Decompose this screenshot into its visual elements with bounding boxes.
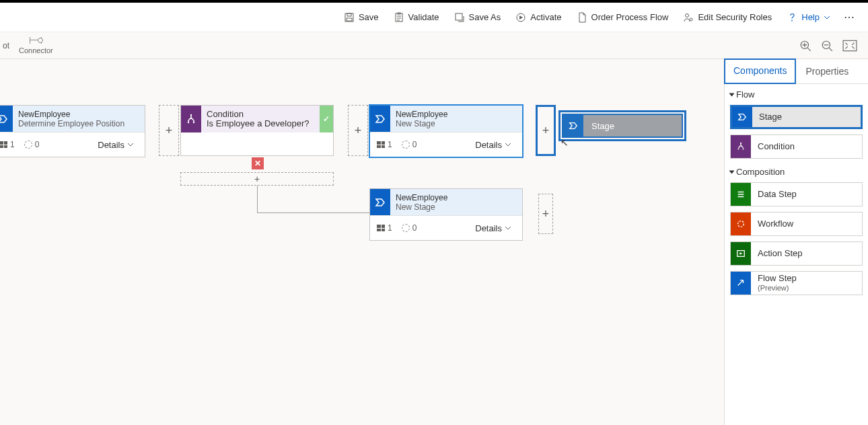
add-slot[interactable]: + (538, 194, 553, 234)
activate-button[interactable]: Activate (509, 8, 568, 27)
drag-ghost-wrapper: Stage (558, 110, 686, 141)
add-slot-drop-target[interactable]: + (536, 105, 556, 156)
component-stage[interactable]: Stage (730, 105, 863, 129)
plus-icon: + (542, 124, 550, 138)
plus-icon: + (542, 207, 550, 221)
svg-rect-2 (347, 18, 352, 21)
condition-icon (181, 106, 201, 132)
connector-icon (30, 37, 42, 44)
chevron-down-icon (824, 14, 830, 21)
workflow-icon (731, 212, 751, 235)
component-condition[interactable]: Condition (730, 134, 863, 159)
help-icon (787, 12, 797, 23)
stage-entity: NewEmployee (396, 110, 517, 119)
stage-name: New Stage (396, 202, 517, 212)
svg-point-8 (690, 18, 692, 21)
steps-count: 1 (388, 140, 392, 149)
more-button[interactable]: ⋯ (838, 7, 861, 28)
component-data-step[interactable]: Data Step (730, 182, 863, 206)
component-action-step[interactable]: Action Step (730, 241, 863, 266)
add-slot[interactable]: + (159, 105, 179, 156)
connector-label: Connector (19, 46, 53, 54)
tab-properties[interactable]: Properties (796, 59, 858, 83)
flow-step-icon (731, 272, 751, 295)
stage-entity: NewEmployee (396, 193, 517, 202)
plus-icon: + (355, 124, 362, 138)
steps-icon (0, 141, 7, 148)
section-flow[interactable]: Flow (725, 84, 868, 102)
steps-count: 1 (10, 140, 15, 149)
svg-point-14 (188, 122, 189, 123)
person-gear-icon (683, 12, 694, 23)
details-label: Details (475, 223, 502, 233)
svg-rect-1 (347, 13, 351, 16)
command-bar: Save Validate Save As Activate Order Pro… (0, 3, 868, 32)
collapse-icon (729, 93, 735, 96)
order-flow-button[interactable]: Order Process Flow (570, 8, 676, 27)
details-button[interactable]: Details (94, 139, 138, 151)
data-step-icon (731, 183, 751, 206)
save-button[interactable]: Save (337, 8, 386, 27)
connector-tool[interactable]: Connector (13, 36, 59, 56)
svg-point-16 (740, 143, 742, 144)
stage-node-2[interactable]: NewEmployee New Stage 1 0 Details (369, 105, 523, 157)
plus-icon: + (254, 173, 260, 184)
connector-line (257, 212, 370, 213)
save-as-label: Save As (469, 12, 501, 22)
chevron-down-icon (505, 225, 511, 231)
sub-toolbar: ot Connector (0, 32, 868, 59)
help-button[interactable]: Help (780, 8, 837, 27)
loop-count: 0 (35, 140, 40, 149)
condition-node[interactable]: Condition Is Employee a Developer? ✓ (180, 105, 334, 156)
component-label: Stage (752, 112, 782, 122)
drag-ghost-stage: Stage (562, 114, 683, 138)
details-button[interactable]: Details (471, 223, 515, 234)
svg-point-19 (738, 221, 744, 227)
zoom-in-button[interactable] (799, 40, 811, 52)
svg-rect-12 (843, 40, 857, 50)
save-label: Save (359, 12, 379, 22)
security-roles-button[interactable]: Edit Security Roles (676, 8, 779, 27)
svg-point-9 (791, 20, 793, 21)
stage-icon (0, 106, 13, 132)
svg-point-13 (190, 114, 192, 116)
loop-icon (24, 141, 32, 149)
section-label: Composition (736, 167, 785, 177)
tab-components[interactable]: Components (724, 59, 796, 84)
stage-icon (563, 115, 583, 137)
stage-name: Determine Employee Position (18, 119, 139, 128)
ghost-label: Stage (591, 121, 614, 131)
plus-icon: + (166, 124, 173, 138)
help-label: Help (801, 12, 820, 22)
section-composition[interactable]: Composition (725, 161, 868, 180)
stage-node-3[interactable]: NewEmployee New Stage 1 0 Details (369, 188, 523, 241)
fit-screen-button[interactable] (842, 40, 857, 52)
stage-icon (370, 189, 390, 215)
chevron-down-icon (505, 141, 511, 148)
save-as-button[interactable]: Save As (447, 8, 508, 27)
loop-icon (402, 224, 410, 232)
steps-count: 1 (388, 223, 392, 233)
validate-button[interactable]: Validate (387, 8, 446, 27)
component-label: Action Step (751, 249, 803, 258)
component-flow-step[interactable]: Flow Step (Preview) (730, 271, 863, 295)
save-as-icon (454, 12, 465, 23)
add-slot[interactable]: + (348, 105, 368, 156)
stage-icon (370, 106, 390, 132)
component-label: Data Step (751, 190, 797, 199)
designer-canvas[interactable]: NewEmployee Determine Employee Position … (0, 59, 724, 425)
clipboard-icon (394, 12, 404, 23)
zoom-out-button[interactable] (821, 40, 833, 52)
component-label: Condition (751, 142, 795, 151)
collapse-icon (729, 170, 735, 173)
add-slot-below-condition[interactable]: + (180, 172, 334, 186)
stage-node-1[interactable]: NewEmployee Determine Employee Position … (0, 105, 145, 157)
security-label: Edit Security Roles (698, 12, 772, 22)
save-icon (344, 12, 355, 23)
loop-count: 0 (412, 140, 417, 149)
component-workflow[interactable]: Workflow (730, 212, 863, 236)
condition-title: Condition (207, 110, 314, 119)
component-label: Flow Step (Preview) (751, 274, 797, 293)
details-button[interactable]: Details (471, 139, 515, 151)
stage-icon (732, 107, 752, 127)
